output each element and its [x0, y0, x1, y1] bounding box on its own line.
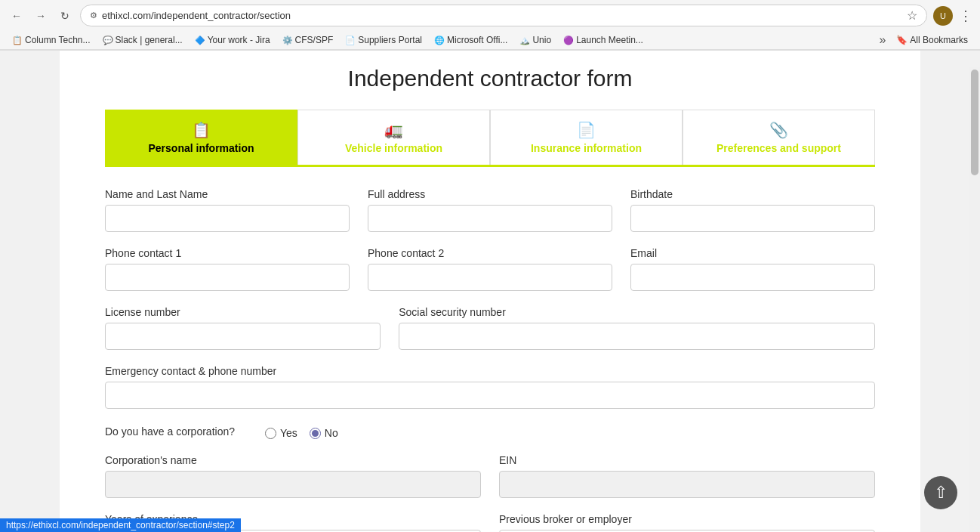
form-row-1: Name and Last Name Full address Birthdat… [105, 188, 875, 232]
bookmarks-more-button[interactable]: » [876, 33, 889, 47]
back-button[interactable]: ← [8, 7, 26, 25]
no-radio[interactable] [310, 428, 321, 439]
browser-chrome: ← → ↻ ⚙ ethixcl.com/independent_contract… [0, 0, 980, 51]
insurance-tab-icon: 📄 [577, 121, 596, 139]
name-input[interactable] [105, 205, 350, 232]
browser-menu-icon[interactable]: ⋮ [959, 8, 972, 24]
address-input[interactable] [368, 205, 612, 232]
bookmark-icon: 🌐 [434, 36, 445, 45]
email-group: Email [630, 247, 875, 291]
license-group: License number [105, 306, 381, 350]
birthdate-group: Birthdate [630, 188, 875, 232]
insurance-tab-label: Insurance information [531, 142, 642, 154]
page-title: Independent contractor form [105, 66, 875, 91]
name-group: Name and Last Name [105, 188, 350, 232]
email-input[interactable] [630, 264, 875, 291]
preferences-tab-label: Preferences and support [717, 142, 841, 154]
tab-personal[interactable]: 📋 Personal information [105, 110, 297, 165]
bookmark-icon: 🏔️ [519, 36, 530, 45]
ssn-label: Social security number [399, 306, 875, 318]
all-bookmarks-button[interactable]: 🔖 All Bookmarks [892, 33, 972, 47]
birthdate-input[interactable] [630, 205, 875, 232]
form-row-4: Emergency contact & phone number [105, 365, 875, 409]
tab-preferences[interactable]: 📎 Preferences and support [683, 110, 875, 165]
tab-vehicle[interactable]: 🚛 Vehicle information [297, 110, 490, 165]
all-bookmarks-label: All Bookmarks [910, 35, 968, 45]
yes-label: Yes [280, 427, 297, 439]
status-url: https://ethixcl.com/independent_contract… [6, 520, 235, 530]
scrollbar[interactable] [969, 66, 980, 532]
vehicle-tab-label: Vehicle information [345, 142, 442, 154]
forward-button[interactable]: → [32, 7, 50, 25]
emergency-input[interactable] [105, 382, 875, 409]
bookmark-label: Launch Meetin... [576, 35, 643, 45]
yes-radio-label[interactable]: Yes [265, 427, 297, 439]
ssn-input[interactable] [399, 323, 875, 350]
bookmark-icon: 💬 [103, 36, 113, 45]
phone2-group: Phone contact 2 [368, 247, 612, 291]
bookmark-label: CFS/SPF [295, 35, 334, 45]
scroll-top-button[interactable]: ⇧ [924, 476, 957, 509]
bookmark-icon: 🟣 [563, 36, 574, 45]
lock-icon: ⚙ [90, 11, 97, 20]
bookmark-launch[interactable]: 🟣 Launch Meetin... [559, 33, 648, 47]
reload-button[interactable]: ↻ [56, 7, 74, 25]
email-label: Email [630, 247, 875, 259]
bookmark-icon: 🔷 [195, 36, 205, 45]
phone1-input[interactable] [105, 264, 350, 291]
user-avatar[interactable]: U [933, 6, 953, 26]
tabs-container: 📋 Personal information 🚛 Vehicle informa… [105, 110, 875, 167]
bookmark-microsoft[interactable]: 🌐 Microsoft Offi... [430, 33, 512, 47]
vehicle-tab-icon: 🚛 [384, 121, 403, 139]
bookmark-label: Column Techn... [25, 35, 91, 45]
yes-radio[interactable] [265, 428, 276, 439]
personal-tab-label: Personal information [148, 142, 254, 154]
bookmark-jira[interactable]: 🔷 Your work - Jira [190, 33, 275, 47]
ein-label: EIN [499, 454, 875, 466]
corp-name-input[interactable] [105, 471, 481, 498]
bookmark-icon: 📄 [345, 36, 356, 45]
ein-input[interactable] [499, 471, 875, 498]
bookmark-label: Your work - Jira [208, 35, 270, 45]
bookmark-slack[interactable]: 💬 Slack | general... [98, 33, 187, 47]
preferences-tab-icon: 📎 [769, 121, 788, 139]
bookmark-column-tech[interactable]: 📋 Column Techn... [8, 33, 95, 47]
form-row-2: Phone contact 1 Phone contact 2 Email [105, 247, 875, 291]
url-text: ethixcl.com/independent_contractor/secti… [102, 10, 902, 21]
no-radio-label[interactable]: No [310, 427, 338, 439]
personal-tab-icon: 📋 [192, 121, 211, 139]
birthdate-label: Birthdate [630, 188, 875, 200]
no-label: No [325, 427, 338, 439]
page-content: Independent contractor form 📋 Personal i… [60, 51, 920, 532]
phone2-input[interactable] [368, 264, 612, 291]
bookmark-cfs[interactable]: ⚙️ CFS/SPF [278, 33, 338, 47]
phone2-label: Phone contact 2 [368, 247, 612, 259]
license-input[interactable] [105, 323, 381, 350]
broker-label: Previous broker or employer [499, 513, 875, 525]
address-bar[interactable]: ⚙ ethixcl.com/independent_contractor/sec… [80, 5, 927, 26]
bookmark-icon: ⚙️ [282, 36, 293, 45]
phone1-group: Phone contact 1 [105, 247, 350, 291]
corporation-radio-group: Yes No [265, 427, 338, 439]
emergency-label: Emergency contact & phone number [105, 365, 875, 377]
scrollbar-thumb[interactable] [971, 70, 978, 175]
bookmark-unio[interactable]: 🏔️ Unio [515, 33, 556, 47]
page-wrapper: Independent contractor form 📋 Personal i… [0, 51, 980, 532]
address-label: Full address [368, 188, 612, 200]
bookmark-label: Suppliers Portal [358, 35, 422, 45]
tab-insurance[interactable]: 📄 Insurance information [490, 110, 683, 165]
bookmark-label: Unio [532, 35, 551, 45]
bookmarks-bar: 📋 Column Techn... 💬 Slack | general... 🔷… [0, 31, 980, 50]
star-icon[interactable]: ☆ [907, 8, 917, 23]
corp-name-label: Corporation's name [105, 454, 481, 466]
bookmark-suppliers[interactable]: 📄 Suppliers Portal [341, 33, 427, 47]
form-row-6: Corporation's name EIN [105, 454, 875, 498]
status-bar: https://ethixcl.com/independent_contract… [0, 518, 241, 532]
address-group: Full address [368, 188, 612, 232]
phone1-label: Phone contact 1 [105, 247, 350, 259]
bookmarks-icon: 🔖 [896, 35, 908, 45]
license-label: License number [105, 306, 381, 318]
corp-name-group: Corporation's name [105, 454, 481, 498]
bookmark-label: Slack | general... [116, 35, 183, 45]
emergency-group: Emergency contact & phone number [105, 365, 875, 409]
